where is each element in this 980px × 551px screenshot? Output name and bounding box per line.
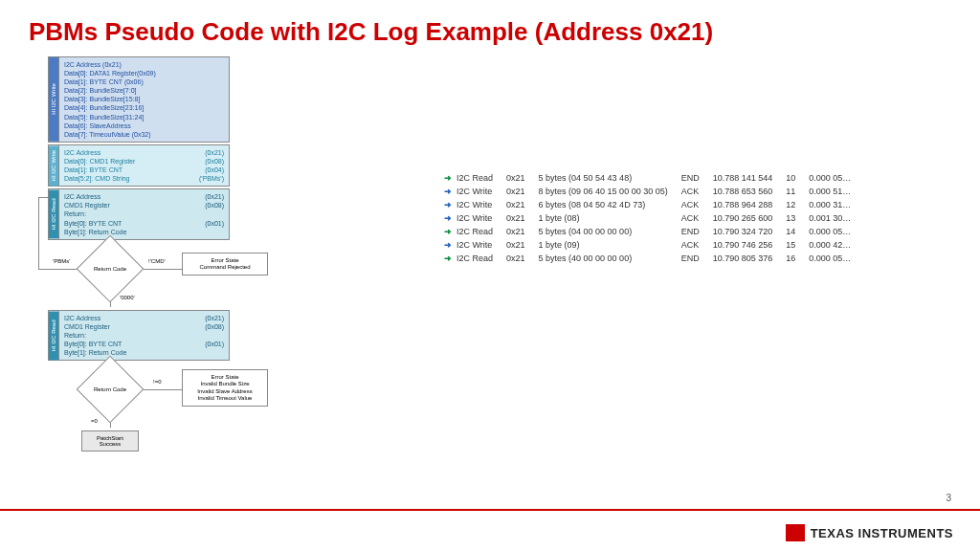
edge-label-left: 'PBMs' (53, 258, 70, 264)
edge-label-bottom: '0000' (120, 295, 135, 300)
fc-side-label: HI I2C Read (49, 311, 59, 360)
log-row: ➜ I2C Read0x215 bytes (04 00 00 00 00)EN… (440, 225, 860, 238)
error-box-1: Error StateCommand Rejected (182, 253, 268, 276)
fc-box-read1: HI I2C Read I2C Address(0x21)CMD1 Regist… (48, 188, 230, 239)
log-row: ➜ I2C Write0x211 byte (09)ACK10.790 746 … (440, 238, 860, 252)
decision-label: Return Code (86, 365, 134, 413)
ti-chip-icon (786, 524, 805, 541)
log-row: ➜ I2C Read0x215 bytes (04 50 54 43 48)EN… (440, 171, 860, 185)
fc-body: I2C Address (0x21)Data[0]: DATA1 Registe… (59, 57, 229, 142)
log-row: ➜ I2C Read0x215 bytes (40 00 00 00 00)EN… (440, 252, 860, 265)
fc-body: I2C Address(0x21)CMD1 Register(0x08)Retu… (59, 189, 229, 238)
log-row: ➜ I2C Write0x218 bytes (09 06 40 15 00 0… (440, 185, 860, 198)
fc-body: I2C Address(0x21)CMD1 Register(0x08)Retu… (59, 311, 229, 360)
fc-box-write1: HI I2C Write I2C Address (0x21)Data[0]: … (48, 56, 230, 143)
fc-side-label: HI I2C Read (49, 189, 59, 238)
edge-label-right: !=0 (153, 379, 162, 385)
log-row: ➜ I2C Write0x216 bytes (08 04 50 42 4D 7… (440, 198, 860, 211)
fc-side-label: HI I2C Write (49, 145, 59, 186)
fc-body: I2C Address(0x21)Data[0]: CMD1 Register(… (59, 145, 229, 186)
i2c-log-table: ➜ I2C Read0x215 bytes (04 50 54 43 48)EN… (440, 171, 860, 452)
decision-area-2: Return Code !=0 =0 Error StateInvalid Bu… (29, 365, 316, 423)
ti-logo-text: TEXAS INSTRUMENTS (811, 526, 953, 540)
edge-label-right: !'CMD' (148, 258, 166, 264)
decision-area-1: Return Code 'PBMs' !'CMD' '0000' Error S… (29, 245, 316, 302)
footer: TEXAS INSTRUMENTS (0, 509, 980, 551)
fc-box-read2: HI I2C Read I2C Address(0x21)CMD1 Regist… (48, 310, 230, 361)
log-row: ➜ I2C Write0x211 byte (08)ACK10.790 265 … (440, 211, 860, 225)
flowchart: HI I2C Write I2C Address (0x21)Data[0]: … (29, 56, 316, 452)
edge-label-bottom: =0 (91, 418, 98, 424)
decision-label: Return Code (86, 245, 134, 293)
ti-logo: TEXAS INSTRUMENTS (786, 524, 953, 541)
fc-side-label: HI I2C Write (49, 57, 59, 142)
success-box: PatchStartSuccess (81, 430, 139, 452)
page-title: PBMs Pseudo Code with I2C Log Example (A… (0, 0, 980, 56)
fc-box-write2: HI I2C Write I2C Address(0x21)Data[0]: C… (48, 144, 230, 187)
content-area: HI I2C Write I2C Address (0x21)Data[0]: … (0, 56, 980, 452)
page-number: 3 (946, 493, 951, 503)
error-box-2: Error StateInvalid Bundle SizeInvalid Sl… (182, 369, 268, 407)
